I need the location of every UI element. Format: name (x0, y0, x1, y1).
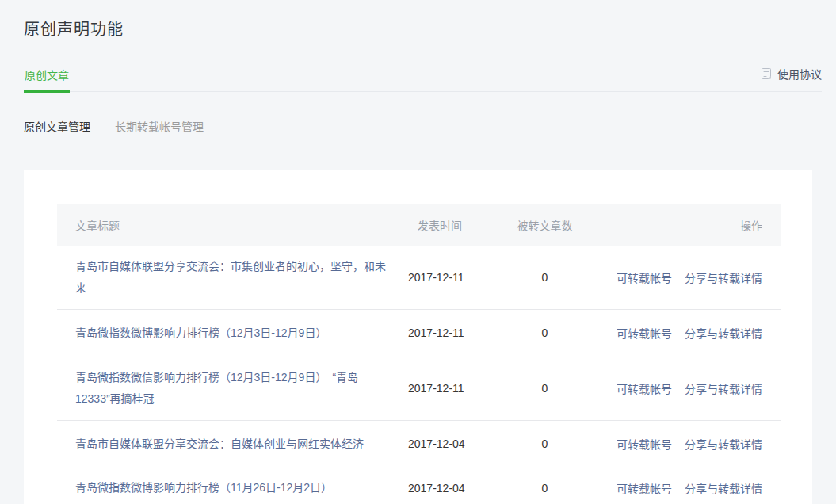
table-row: 青岛微指数微博影响力排行榜（12月3日-12月9日） 2017-12-11 0 … (57, 309, 781, 357)
article-title-link[interactable]: 青岛微指数微信影响力排行榜（12月3日-12月9日） “青岛12333”再摘桂冠 (75, 371, 358, 405)
relay-accounts-link[interactable]: 可转载帐号 (617, 438, 672, 451)
publish-date: 2017-12-11 (408, 357, 511, 420)
table-row: 青岛市自媒体联盟分享交流会：市集创业者的初心，坚守，和未来 2017-12-11… (57, 246, 781, 309)
table-row: 青岛市自媒体联盟分享交流会：自媒体创业与网红实体经济 2017-12-04 0 … (57, 420, 781, 468)
share-repost-details-link[interactable]: 分享与转载详情 (685, 327, 762, 340)
tab-original-articles[interactable]: 原创文章 (24, 67, 70, 93)
article-title-link[interactable]: 青岛微指数微博影响力排行榜（11月26日-12月2日） (75, 481, 332, 494)
repost-count: 0 (511, 246, 578, 309)
share-repost-details-link[interactable]: 分享与转载详情 (685, 272, 762, 284)
content-card: 文章标题 发表时间 被转文章数 操作 青岛市自媒体联盟分享交流会：市集创业者的初… (24, 170, 812, 504)
subtab-original-article-management[interactable]: 原创文章管理 (24, 120, 90, 133)
tab-bar: 原创文章 使用协议 (24, 66, 822, 92)
share-repost-details-link[interactable]: 分享与转载详情 (685, 438, 762, 451)
repost-count: 0 (511, 420, 578, 468)
col-header-actions: 操作 (578, 204, 781, 246)
relay-accounts-link[interactable]: 可转载帐号 (617, 327, 672, 340)
publish-date: 2017-12-11 (408, 246, 511, 309)
article-title-link[interactable]: 青岛微指数微博影响力排行榜（12月3日-12月9日） (75, 326, 326, 339)
publish-date: 2017-12-11 (408, 309, 511, 357)
relay-accounts-link[interactable]: 可转载帐号 (617, 483, 672, 495)
relay-accounts-link[interactable]: 可转载帐号 (617, 383, 672, 395)
article-title-link[interactable]: 青岛市自媒体联盟分享交流会：市集创业者的初心，坚守，和未来 (75, 260, 386, 294)
publish-date: 2017-12-04 (408, 420, 511, 468)
table-row: 青岛微指数微博影响力排行榜（11月26日-12月2日） 2017-12-04 0… (57, 468, 781, 504)
page-title: 原创声明功能 (24, 0, 822, 40)
repost-count: 0 (511, 468, 578, 504)
table-row: 青岛微指数微信影响力排行榜（12月3日-12月9日） “青岛12333”再摘桂冠… (57, 357, 781, 420)
col-header-publish-time: 发表时间 (408, 204, 511, 246)
page: 原创声明功能 原创文章 使用协议 原创文章管理 长期转载帐号管理 文章 (0, 0, 836, 504)
article-title-link[interactable]: 青岛市自媒体联盟分享交流会：自媒体创业与网红实体经济 (75, 437, 364, 450)
usage-agreement-link[interactable]: 使用协议 (760, 66, 822, 91)
articles-table: 文章标题 发表时间 被转文章数 操作 青岛市自媒体联盟分享交流会：市集创业者的初… (57, 204, 781, 504)
share-repost-details-link[interactable]: 分享与转载详情 (685, 483, 762, 495)
repost-count: 0 (511, 357, 578, 420)
share-repost-details-link[interactable]: 分享与转载详情 (685, 383, 762, 395)
subtab-bar: 原创文章管理 长期转载帐号管理 (24, 118, 822, 134)
relay-accounts-link[interactable]: 可转载帐号 (617, 272, 672, 284)
document-icon (760, 67, 773, 80)
publish-date: 2017-12-04 (408, 468, 511, 504)
table-header-row: 文章标题 发表时间 被转文章数 操作 (57, 204, 781, 246)
subtab-longterm-repost-account-management[interactable]: 长期转载帐号管理 (115, 120, 204, 133)
col-header-repost-count: 被转文章数 (511, 204, 578, 246)
col-header-article-title: 文章标题 (57, 204, 408, 246)
usage-agreement-label: 使用协议 (777, 66, 822, 82)
repost-count: 0 (511, 309, 578, 357)
